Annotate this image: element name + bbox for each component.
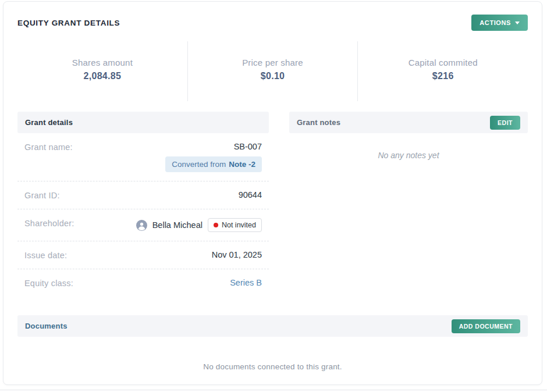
grant-id-value: 90644	[239, 190, 262, 199]
shareholder-label: Shareholder:	[24, 218, 74, 228]
grant-details-header: Grant details	[17, 112, 269, 133]
edit-button[interactable]: EDIT	[490, 116, 520, 130]
issue-date-label: Issue date:	[24, 250, 67, 260]
grant-details-panel: Grant details Grant name: SB-007 Convert…	[17, 112, 269, 297]
grant-name-value-col: SB-007 Converted from Note -2	[165, 142, 262, 172]
chevron-down-icon	[515, 22, 520, 24]
status-dot-icon	[214, 223, 218, 227]
grant-id-label: Grant ID:	[24, 190, 60, 200]
shareholder-value: Bella Micheal Not invited	[136, 218, 262, 232]
grant-name-row: Grant name: SB-007 Converted from Note -…	[17, 133, 269, 181]
converted-from-badge: Converted from Note -2	[165, 156, 262, 172]
stat-value: $216	[358, 71, 528, 81]
stat-value: $0.10	[188, 71, 358, 81]
actions-button-label: ACTIONS	[479, 19, 511, 26]
stat-price-per-share: Price per share $0.10	[187, 41, 358, 101]
add-document-button[interactable]: ADD DOCUMENT	[452, 319, 520, 333]
shareholder-row: Shareholder: Bella Micheal Not invited	[17, 209, 269, 241]
page-title: EQUITY GRANT DETAILS	[17, 19, 120, 27]
grant-details-title: Grant details	[25, 118, 73, 127]
shareholder-name: Bella Micheal	[152, 220, 203, 230]
grant-notes-header: Grant notes EDIT	[289, 112, 528, 133]
notes-empty-state: No any notes yet	[289, 151, 528, 160]
stat-label: Capital commited	[358, 58, 528, 67]
equity-grant-details-card: EQUITY GRANT DETAILS ACTIONS Shares amou…	[3, 1, 542, 385]
issue-date-row: Issue date: Nov 01, 2025	[17, 241, 269, 269]
actions-button[interactable]: ACTIONS	[471, 15, 528, 31]
page-bottom-divider	[0, 390, 547, 390]
stat-capital-commited: Capital commited $216	[357, 41, 528, 101]
note-link[interactable]: Note -2	[229, 160, 255, 169]
grant-notes-title: Grant notes	[297, 118, 340, 127]
grant-notes-panel: Grant notes EDIT No any notes yet	[289, 112, 528, 297]
stat-value: 2,084.85	[17, 71, 187, 81]
card-header: EQUITY GRANT DETAILS ACTIONS	[17, 12, 528, 31]
stat-label: Price per share	[188, 58, 358, 67]
issue-date-value: Nov 01, 2025	[212, 250, 262, 259]
stats-row: Shares amount 2,084.85 Price per share $…	[17, 41, 528, 101]
converted-from-text: Converted from	[172, 160, 226, 169]
documents-empty-state: No documents connected to this grant.	[17, 362, 528, 371]
documents-section: Documents ADD DOCUMENT No documents conn…	[17, 315, 528, 371]
documents-title: Documents	[25, 322, 68, 330]
stat-shares-amount: Shares amount 2,084.85	[17, 41, 187, 101]
avatar	[136, 220, 147, 231]
status-badge: Not invited	[208, 218, 262, 232]
status-badge-label: Not invited	[222, 221, 256, 229]
grant-name-label: Grant name:	[24, 142, 73, 152]
documents-header: Documents ADD DOCUMENT	[17, 315, 528, 337]
equity-class-link[interactable]: Series B	[230, 278, 262, 287]
stat-label: Shares amount	[17, 58, 187, 67]
equity-class-row: Equity class: Series B	[17, 269, 269, 297]
equity-class-label: Equity class:	[24, 278, 73, 288]
main-columns: Grant details Grant name: SB-007 Convert…	[17, 112, 528, 297]
grant-id-row: Grant ID: 90644	[17, 181, 269, 209]
grant-name-value: SB-007	[234, 142, 262, 151]
